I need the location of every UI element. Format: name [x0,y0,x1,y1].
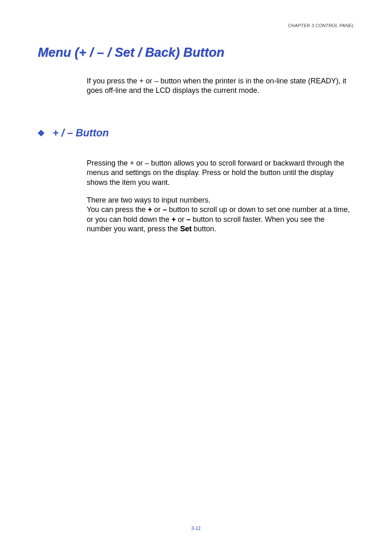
section-para-2b: You can press the + or – button to scrol… [87,205,350,234]
minus-key: – [163,205,167,214]
section-heading-row: + / – Button [37,127,354,139]
section-body: Pressing the + or – button allows you to… [87,159,350,234]
chapter-header: CHAPTER 3 CONTROL PANEL [38,23,354,28]
text-frag: button. [191,225,216,233]
set-key: Set [180,225,191,233]
text-frag: or [152,205,163,214]
intro-paragraph: If you press the + or – button when the … [87,76,350,96]
text-frag: You can press the [87,205,148,214]
section-para-2a: There are two ways to input numbers. [87,196,350,205]
section-para-1: Pressing the + or – button allows you to… [87,159,350,187]
text-frag: or [176,215,187,223]
diamond-bullet-icon [37,129,45,139]
plus-key: + [148,205,152,214]
plus-key: + [171,215,176,223]
page-title: Menu (+ / – / Set / Back) Button [38,45,354,60]
page-number: 3-11 [0,525,392,531]
minus-key: – [187,215,191,223]
section-heading: + / – Button [53,127,109,139]
